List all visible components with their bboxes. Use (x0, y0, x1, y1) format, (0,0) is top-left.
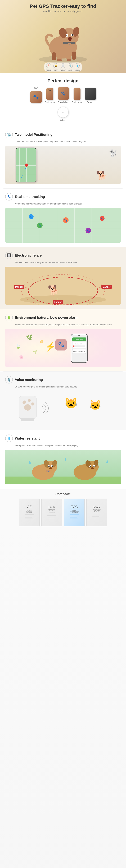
voice-header: 🎙️ Voice monitoring (5, 376, 121, 383)
perfect-design-title: Perfect design (3, 78, 123, 84)
frontal-label: Frontal plane (58, 101, 69, 103)
cert-images-row: CE EuropeanConformityCertificate RoHS Re… (3, 499, 123, 526)
svg-text:🐕: 🐕 (48, 285, 60, 296)
page-fill (0, 530, 126, 868)
reverse-label: Reverse (87, 101, 94, 103)
svg-text:🐾: 🐾 (69, 43, 71, 45)
certificate-section: Certificate CE EuropeanConformityCertifi… (0, 489, 126, 530)
two-model-header: 📡 Two model Positioning (5, 131, 121, 138)
svg-text:🐾: 🐾 (58, 342, 64, 347)
svg-text:⚡: ⚡ (45, 341, 56, 352)
device-bottom-shape (57, 106, 69, 118)
realtime-desc: No need to worry about pets wandered off… (15, 202, 121, 205)
svg-text:💧: 💧 (106, 460, 109, 463)
profile-left-label: Profile plane (45, 101, 55, 103)
svg-rect-101 (5, 476, 121, 484)
rohs-cert-lines (47, 513, 57, 520)
fcc-cert-lines (69, 513, 79, 520)
svg-text:Danger: Danger (15, 286, 23, 288)
device-reverse-shape (85, 88, 96, 100)
svg-text:🐱: 🐱 (65, 397, 78, 409)
two-model-title: Two model Positioning (15, 133, 52, 136)
cert-fcc: FCC FederalCommunicationsCommission (64, 499, 85, 526)
svg-point-119 (91, 467, 94, 469)
water-header: 💧 Water resistant (5, 435, 121, 442)
rohs-logo: RoHS (48, 505, 55, 508)
rohs-text: Restriction ofHazardousSubstances (48, 509, 55, 513)
svg-point-9 (67, 35, 68, 36)
hero-section: Pet GPS Tracker-easy to find Your life a… (0, 0, 126, 73)
device-profile-right-shape (74, 88, 81, 100)
svg-point-90 (78, 335, 80, 336)
ce-text: EuropeanConformityCertificate (26, 509, 32, 513)
fence-image: 🐕 Danger Danger Danger (5, 267, 121, 305)
top-label: TOP (34, 87, 38, 89)
two-model-icon: 📡 (5, 131, 13, 138)
battery-image: 🌿 🍃 🌱 🌸 🌼 ⚡ 🐾 Low Battery! Battery: 10% … (5, 329, 121, 367)
fence-svg: 🐕 Danger Danger Danger (5, 267, 121, 305)
battery-desc: Health and environment than nature, Once… (15, 323, 121, 326)
svg-point-10 (72, 35, 73, 35)
svg-text:Battery: 10%: Battery: 10% (75, 343, 83, 345)
hero-icon-alert: 🔔 Real-timeAlert (53, 63, 58, 71)
water-desc: Waterproof Level: IPX5 to avoid the spla… (15, 444, 121, 447)
device-view-profile-right: Profile plane (72, 88, 82, 103)
svg-point-108 (48, 466, 50, 467)
realtime-image: 🐾 🐾 🐾 🐾 🐾 (5, 208, 121, 243)
svg-text:🐾: 🐾 (47, 470, 49, 472)
svg-text:Low Battery!: Low Battery! (75, 339, 83, 340)
device-view-bottom: Bottom (57, 106, 69, 121)
battery-icon: 🔋 (5, 314, 13, 321)
hero-icon-fence: ⬜ ElectronicFence (60, 63, 66, 71)
map-background: 🐾 🐾 🐾 🐾 🐾 (5, 208, 121, 243)
hero-icon-voice: 🎙️ VoiceMonitor (68, 63, 73, 71)
dog-cartoon-2: 🐩 (109, 149, 117, 157)
water-svg: 💧 💧 💧 🐾 (5, 450, 121, 484)
svg-text:🌸: 🌸 (19, 355, 24, 359)
svg-rect-84 (72, 342, 86, 348)
fcc-logo: FCC (71, 505, 78, 509)
two-model-desc: GPS+LBS dual model precise positioning s… (15, 140, 121, 143)
phone-mockup-1 (15, 148, 36, 182)
fence-header-icon: 🔲 (5, 252, 13, 259)
battery-section: 🔋 Environment battery, Low power alarm H… (0, 309, 126, 371)
voice-desc: Be aware of your pets surrounding condit… (15, 385, 121, 389)
svg-text:Please charge now: Please charge now (73, 351, 85, 352)
power-arrow-line (43, 90, 47, 90)
fence-section: 🔲 Electronic fence Receive notifications… (0, 247, 126, 309)
fence-desc: Receive notifications when your pets ent… (15, 261, 121, 264)
svg-point-109 (52, 466, 53, 467)
location-icon: 📍 (46, 63, 51, 68)
svg-point-21 (52, 58, 56, 60)
hero-subtitle: Your life assistant, pet security guards (43, 10, 83, 12)
msds-text: Material SafetyData SheetCertificate (93, 509, 101, 513)
device-view-reverse: Reverse (85, 88, 96, 103)
svg-point-96 (24, 404, 31, 410)
svg-text:Danger: Danger (103, 286, 111, 288)
svg-point-117 (90, 466, 91, 467)
battery-svg: 🌿 🍃 🌱 🌸 🌼 ⚡ 🐾 Low Battery! Battery: 10% … (5, 329, 121, 367)
msds-cert-lines (91, 513, 102, 519)
hero-icon-water: 💧 WaterResistant (75, 63, 80, 71)
map-svg: 🐾 🐾 🐾 🐾 🐾 (5, 208, 121, 243)
perfect-design-section: Perfect design TOP Power Profile plane F… (0, 73, 126, 126)
bottom-label: Bottom (60, 119, 66, 121)
svg-point-20 (67, 59, 71, 61)
svg-rect-87 (73, 345, 74, 347)
hero-icons-bar: 📍 LocationTracking 🔔 Real-timeAlert ⬜ El… (44, 62, 82, 71)
water-title: Water resistant (15, 436, 40, 440)
realtime-header: 🐾 Real-time tracking (5, 193, 121, 200)
bottom-row: Bottom (3, 106, 123, 121)
water-resistant-icon: 💧 (5, 435, 13, 442)
voice-icon: 🎙️ (5, 376, 13, 383)
mic-icon: 🎙️ (68, 63, 73, 68)
device-front-shape (58, 87, 69, 100)
dog-illustration: 🐾 (33, 12, 93, 65)
svg-point-93 (23, 401, 26, 404)
water-image: 💧 💧 💧 🐾 (5, 450, 121, 484)
two-model-image: 🐕 🐩 (5, 146, 121, 184)
svg-point-22 (72, 58, 76, 60)
svg-point-94 (28, 399, 31, 402)
svg-point-11 (68, 37, 72, 40)
device-views-row: TOP Power Profile plane Frontal plane Pr… (3, 87, 123, 103)
